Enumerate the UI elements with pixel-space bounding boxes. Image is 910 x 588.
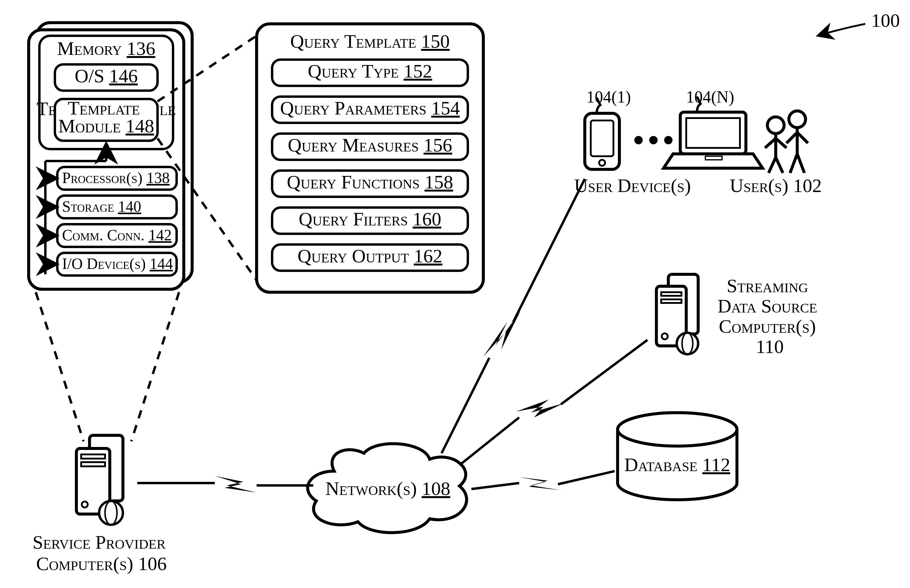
- svg-line-53: [471, 483, 519, 489]
- svg-point-36: [789, 111, 806, 128]
- streaming-source-group: Streaming Data Source Computer(s) 110: [656, 274, 822, 357]
- query-template-title: Query Template 150: [290, 31, 450, 52]
- server-icon-service-provider: [76, 435, 123, 525]
- streaming-source-label: Streaming Data Source Computer(s) 110: [717, 275, 822, 357]
- svg-point-30: [649, 136, 657, 144]
- diagram-root: 100 Memory 136 O/S 146 Template Module: [0, 0, 910, 588]
- laptop-icon: [664, 97, 763, 168]
- io-devices-label: I/O Device(s) 144: [62, 255, 173, 273]
- dashed-connector-right: [131, 292, 179, 441]
- svg-point-35: [768, 117, 784, 134]
- database-group: Database 112: [618, 413, 737, 500]
- figure-reference: 100: [818, 10, 900, 36]
- svg-text:Query Functions 158: Query Functions 158: [287, 171, 453, 192]
- svg-rect-33: [686, 118, 740, 148]
- os-label: O/S 146: [74, 65, 138, 86]
- query-filters-box: Query Filters 160: [272, 208, 468, 234]
- svg-line-55: [460, 417, 519, 465]
- user-device-first-ref: 104(1): [586, 88, 631, 107]
- figure-ref-text: 100: [871, 10, 900, 31]
- service-provider-label: Service Provider Computer(s) 106: [32, 531, 170, 574]
- user-devices-group: 104(1) 104(N) User Device(s) User(s) 102: [574, 88, 822, 196]
- svg-text:Query Measures 156: Query Measures 156: [288, 134, 452, 156]
- database-label: Database 112: [625, 454, 730, 475]
- bolt-network-to-database: [471, 471, 615, 490]
- users-label: User(s) 102: [730, 175, 822, 196]
- svg-line-56: [561, 340, 648, 404]
- processors-label: Processor(s) 138: [62, 170, 170, 187]
- svg-rect-27: [591, 120, 614, 156]
- query-output-box: Query Output 162: [272, 244, 468, 271]
- svg-text:Query Parameters 154: Query Parameters 154: [280, 97, 460, 119]
- user-device-last-ref: 104(N): [686, 88, 734, 107]
- network-cloud: Network(s) 108: [308, 444, 466, 533]
- svg-text:Query Type 152: Query Type 152: [308, 61, 432, 82]
- query-template-panel: Query Template 150 Query Type 152 Query …: [257, 24, 483, 292]
- query-type-box: Query Type 152: [272, 60, 468, 86]
- svg-line-58: [513, 179, 585, 322]
- comm-conn-label: Comm. Conn. 142: [62, 227, 172, 244]
- phone-icon: [585, 98, 619, 170]
- users-icon: [765, 111, 808, 173]
- storage-label: Storage 140: [62, 198, 141, 215]
- svg-line-54: [558, 471, 615, 484]
- svg-point-44: [618, 413, 737, 446]
- server-icon-streaming: [656, 274, 698, 354]
- svg-text:Query Filters 160: Query Filters 160: [299, 208, 441, 229]
- svg-text:Template
        Module 148: Template Module 148: [58, 97, 154, 137]
- svg-point-31: [664, 136, 672, 144]
- svg-line-57: [442, 358, 489, 453]
- query-parameters-box: Query Parameters 154: [272, 97, 468, 123]
- service-provider-group: Service Provider Computer(s) 106: [32, 435, 170, 574]
- bolt-service-to-network: [137, 476, 313, 493]
- user-devices-label: User Device(s): [574, 175, 691, 196]
- svg-point-29: [634, 136, 643, 144]
- query-measures-box: Query Measures 156: [272, 134, 468, 160]
- memory-panel: Memory 136 O/S 146 Template Module Templ…: [37, 36, 176, 149]
- component-stack: Memory 136 O/S 146 Template Module Templ…: [29, 23, 192, 289]
- query-functions-box: Query Functions 158: [272, 171, 468, 197]
- ellipsis-icon: [634, 136, 672, 144]
- memory-label: Memory 136: [57, 38, 155, 59]
- svg-text:Query Output 162: Query Output 162: [298, 246, 442, 267]
- dashed-connector-left: [36, 292, 84, 441]
- network-label: Network(s) 108: [325, 478, 450, 499]
